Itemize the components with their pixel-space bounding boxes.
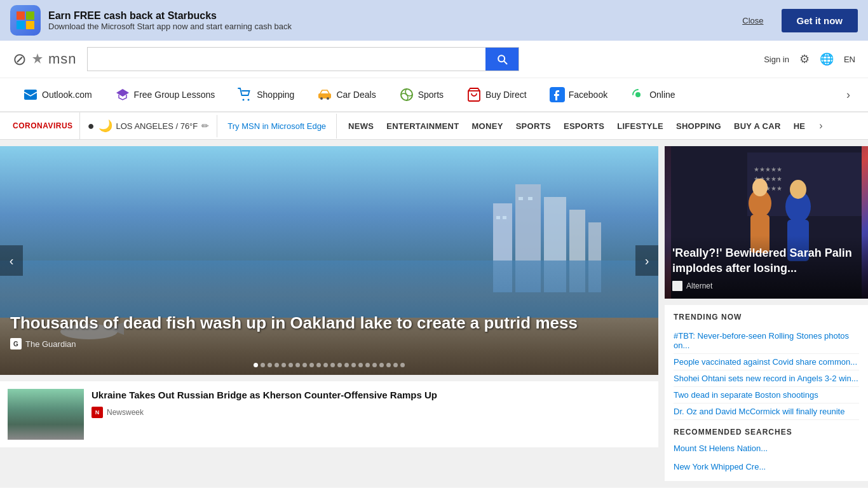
search-bar [87,47,519,71]
trending-title: TRENDING NOW [674,313,859,322]
news-card[interactable]: ★★★★★ ★★★★★ ★★★★★ 'Really?!' Bewildered … [665,146,868,299]
sec-nav-entertainment[interactable]: ENTERTAINMENT [380,114,465,139]
svg-point-32 [752,179,768,196]
sec-nav-shopping[interactable]: SHOPPING [670,114,728,139]
banner-cta-button[interactable]: Get it now [782,9,858,32]
svg-point-7 [243,99,245,101]
search-input[interactable] [88,48,485,71]
hero-dot-3[interactable] [268,363,272,367]
car-icon [317,87,332,102]
trending-item-4[interactable]: Two dead in separate Boston shootings [674,387,859,403]
nav-item-car-deals[interactable]: Car Deals [307,82,386,107]
hero-dot-14[interactable] [344,363,349,367]
hero-dot-8[interactable] [302,363,307,367]
nav-item-shopping[interactable]: Shopping [227,82,304,107]
hero-dot-1[interactable] [254,363,258,367]
hero-dot-4[interactable] [275,363,279,367]
nav-label-car-deals: Car Deals [336,90,376,100]
edit-location-icon[interactable]: ✏ [201,121,209,131]
sec-nav-sports[interactable]: SPORTS [510,114,557,139]
sign-in-link[interactable]: Sign in [764,55,789,64]
recommended-item-2[interactable]: New York Whipped Cre... [674,460,766,473]
small-article-source: N Newsweek [92,407,651,418]
hero-dot-20[interactable] [386,363,391,367]
secondary-nav: CORONAVIRUS ● 🌙 LOS ANGELES / 76°F ✏ Try… [0,112,868,140]
hero-dot-10[interactable] [316,363,321,367]
hero-dot-22[interactable] [400,363,405,367]
hero-dot-19[interactable] [379,363,384,367]
small-article[interactable]: Ukraine Takes Out Russian Bridge as Kher… [0,381,658,447]
hero-dot-2[interactable] [261,363,265,367]
svg-rect-20 [496,216,500,219]
svg-rect-22 [519,197,523,200]
hero-dot-15[interactable] [351,363,356,367]
hero-prev-button[interactable]: ‹ [0,245,23,276]
hero-dot-16[interactable] [358,363,363,367]
sec-nav-esports[interactable]: ESPORTS [557,114,611,139]
hero-dots [254,363,405,367]
hero-dot-12[interactable] [330,363,335,367]
nav-label-outlook: Outlook.com [42,90,92,100]
language-icon[interactable]: 🌐 [820,52,834,66]
sec-nav-money[interactable]: MONEY [465,114,509,139]
svg-rect-3 [26,21,34,29]
hero-dot-13[interactable] [337,363,342,367]
try-msn-link[interactable]: Try MSN in Microsoft Edge [217,115,336,137]
small-article-text: Ukraine Takes Out Russian Bridge as Kher… [92,389,651,440]
right-column: ★★★★★ ★★★★★ ★★★★★ 'Really?!' Bewildered … [665,146,868,481]
banner-close-link[interactable]: Close [742,16,763,25]
coronavirus-badge[interactable]: CORONAVIRUS [6,114,79,138]
nav-item-online[interactable]: Online [620,82,685,107]
recommended-title: RECOMMENDED SEARCHES [674,428,859,437]
hero-title: Thousands of dead fish wash up in Oaklan… [10,313,627,333]
hero-dot-7[interactable] [295,363,300,367]
hero-dot-21[interactable] [393,363,398,367]
outlook-icon [23,87,38,102]
hero-next-button[interactable]: › [635,245,658,276]
msn-logo-icon: ⊘ [13,50,27,69]
nav-item-sports[interactable]: Sports [389,82,454,107]
trending-item-2[interactable]: People vaccinated against Covid share co… [674,354,859,370]
sec-nav-links: NEWS ENTERTAINMENT MONEY SPORTS ESPORTS … [336,114,817,139]
sec-nav-right-arrow[interactable]: › [819,120,822,132]
svg-point-8 [248,99,250,101]
recommended-item-1[interactable]: Mount St Helens Nation... [674,442,768,455]
nav-item-buy-direct[interactable]: Buy Direct [456,82,537,107]
weather-section: ● 🌙 LOS ANGELES / 76°F ✏ [79,112,217,139]
svg-rect-23 [528,197,532,200]
settings-icon[interactable]: ⚙ [799,52,810,66]
nav-item-free-group[interactable]: Free Group Lessons [105,82,226,107]
sec-nav-news[interactable]: NEWS [342,114,380,139]
msn-logo[interactable]: ⊘ msn [13,50,77,69]
facebook-icon [550,87,565,102]
svg-point-11 [327,97,329,100]
svg-marker-6 [116,89,129,97]
hero-dot-18[interactable] [372,363,377,367]
trending-item-5[interactable]: Dr. Oz and David McCormick will finally … [674,403,859,420]
hero-dot-17[interactable] [365,363,370,367]
main-nav: Outlook.com Free Group Lessons Shopping … [0,78,868,112]
hero-caption: Thousands of dead fish wash up in Oaklan… [10,313,627,349]
main-content: ‹ › Thousands of dead fish wash up in Oa… [0,140,868,487]
hero-article[interactable]: ‹ › Thousands of dead fish wash up in Oa… [0,146,658,375]
sec-nav-buy-a-car[interactable]: BUY A CAR [728,114,787,139]
hero-dot-6[interactable] [288,363,293,367]
guardian-icon: G [10,338,22,349]
trending-item-3[interactable]: Shohei Ohtani sets new record in Angels … [674,370,859,387]
left-column: ‹ › Thousands of dead fish wash up in Oa… [0,146,658,481]
hero-dot-5[interactable] [281,363,286,367]
nav-item-outlook[interactable]: Outlook.com [13,82,102,107]
hero-dot-11[interactable] [323,363,328,367]
hero-source: G The Guardian [10,338,627,349]
search-button[interactable] [485,48,519,71]
hero-dot-9[interactable] [309,363,314,367]
nav-right-arrow[interactable]: › [841,83,855,107]
small-article-source-name: Newsweek [107,408,144,417]
msn-logo-svg [31,52,44,66]
svg-text:★★★★★: ★★★★★ [754,166,782,173]
nav-item-facebook[interactable]: Facebook [539,82,618,107]
trending-item-1[interactable]: #TBT: Never-before-seen Rolling Stones p… [674,328,859,354]
language-label: EN [844,55,855,64]
sec-nav-he[interactable]: HE [787,114,812,139]
sec-nav-lifestyle[interactable]: LIFESTYLE [611,114,670,139]
